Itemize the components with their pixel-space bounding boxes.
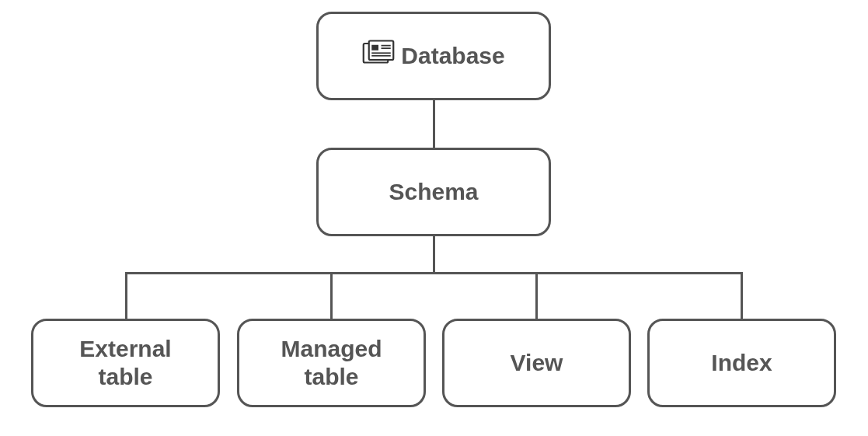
connector-to-index bbox=[741, 272, 743, 319]
node-index-label: Index bbox=[711, 349, 772, 377]
hierarchy-diagram: Database Schema External table Managed t… bbox=[0, 0, 868, 436]
connector-to-view bbox=[535, 272, 538, 319]
node-database: Database bbox=[316, 12, 551, 100]
node-schema: Schema bbox=[316, 148, 551, 236]
node-content: Database bbox=[362, 40, 504, 72]
connector-schema-down bbox=[433, 236, 435, 272]
node-external-table: External table bbox=[31, 319, 220, 407]
node-index: Index bbox=[647, 319, 836, 407]
node-managed-table: Managed table bbox=[237, 319, 426, 407]
connector-horizontal bbox=[125, 272, 743, 274]
node-view: View bbox=[442, 319, 631, 407]
node-external-table-label: External table bbox=[79, 335, 171, 391]
svg-rect-2 bbox=[372, 45, 379, 51]
connector-to-managed bbox=[330, 272, 333, 319]
database-newspaper-icon bbox=[362, 40, 395, 72]
connector-to-external bbox=[125, 272, 127, 319]
node-database-label: Database bbox=[401, 42, 504, 70]
connector-db-schema bbox=[433, 100, 435, 148]
node-view-label: View bbox=[511, 349, 563, 377]
node-schema-label: Schema bbox=[389, 178, 478, 206]
node-managed-table-label: Managed table bbox=[281, 335, 382, 391]
